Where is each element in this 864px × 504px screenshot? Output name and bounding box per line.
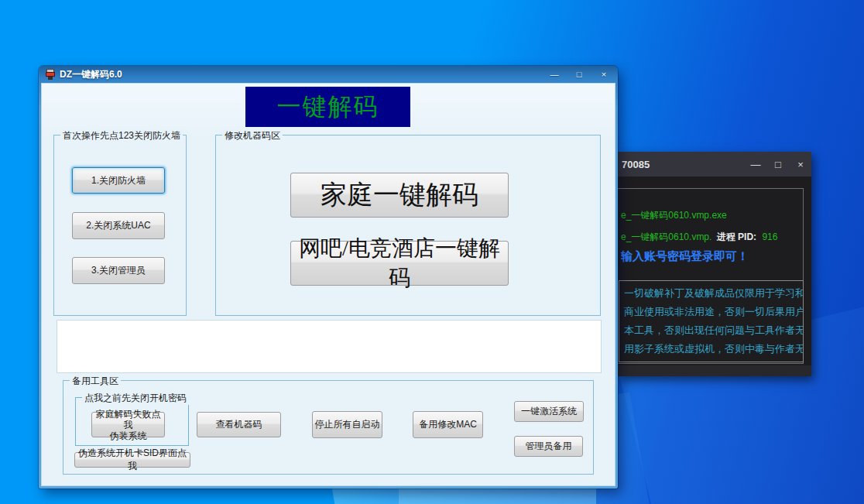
console-window-title: 70085 [622,159,650,170]
close-uac-button[interactable]: 2.关闭系统UAC [72,212,165,239]
home-decode-button[interactable]: 家庭一键解码 [290,173,509,218]
console-maximize-button[interactable]: □ [772,159,784,170]
minimize-button[interactable]: — [547,69,562,80]
fake-sid-button[interactable]: 伪造系统开机卡SID界面点我 [74,452,190,468]
close-admin-button[interactable]: 3.关闭管理员 [72,257,165,284]
home-fail-line1: 家庭解码失败点我 [92,409,164,430]
console-login-hint: 输入账号密码登录即可！ [621,249,749,264]
home-fail-line2: 伪装系统 [110,430,147,441]
console-titlebar[interactable]: 70085 — □ × [617,152,811,177]
console-status-strip [617,365,811,376]
disclaimer-line: 一切破解补丁及破解成品仅限用于学习和研究 [624,284,803,303]
activate-system-button[interactable]: 一键激活系统 [514,401,584,422]
close-firewall-button[interactable]: 1.关闭防火墙 [72,167,165,194]
console-disclaimer-box: 一切破解补丁及破解成品仅限用于学习和研究 商业使用或非法用途，否则一切后果用户自… [619,280,804,362]
main-window-client: 一键解码 首次操作先点123关闭防火墙 1.关闭防火墙 2.关闭系统UAC 3.… [41,83,615,486]
disclaimer-line: 本工具，否则出现任何问题与工具作者无关 [624,321,803,340]
stop-autostart-button[interactable]: 停止所有自启动 [312,411,382,438]
app-banner-text: 一键解码 [277,91,379,123]
group-boot-password-label: 点我之前先关闭开机密码 [82,392,189,405]
console-pid-label: 进程 PID: [717,231,756,242]
console-exe-line: e_一键解码0610.vmp.exe [621,209,727,222]
app-icon [45,69,56,80]
group-backup-tools-label: 备用工具区 [70,375,121,388]
home-fail-disguise-button[interactable]: 家庭解码失败点我 伪装系统 [91,412,165,437]
main-window-title: DZ一键解码6.0 [60,68,122,81]
cafe-decode-button[interactable]: 网吧/电竞酒店一键解码 [290,241,509,286]
console-pid-line: e_一键解码0610.vmp. 进程 PID: 916 [621,231,777,244]
disclaimer-line: 用影子系统或虚拟机，否则中毒与作者无关 [624,340,803,358]
console-pid-value: 916 [762,231,777,242]
console-pid-prefix: e_一键解码0610.vmp. [621,231,711,242]
view-machine-code-button[interactable]: 查看机器码 [197,412,281,437]
console-window: 70085 — □ × e_一键解码0610.vmp.exe e_一键解码061… [617,152,811,376]
close-button[interactable]: × [596,69,612,80]
console-close-button[interactable]: × [794,159,807,170]
group-firewall-label: 首次操作先点123关闭防火墙 [60,129,183,142]
main-window: DZ一键解码6.0 — □ × 一键解码 首次操作先点123关闭防火墙 1.关闭… [39,66,618,489]
backup-mac-button[interactable]: 备用修改MAC [413,411,483,438]
admin-backup-button[interactable]: 管理员备用 [514,436,583,457]
log-output-box[interactable] [57,320,602,373]
maximize-button[interactable]: □ [571,69,587,80]
group-machine-code-label: 修改机器码区 [222,129,283,142]
console-minimize-button[interactable]: — [749,159,762,170]
disclaimer-line: 商业使用或非法用途，否则一切后果用户自负 [624,303,803,321]
app-banner: 一键解码 [245,87,410,127]
main-titlebar[interactable]: DZ一键解码6.0 — □ × [39,66,618,83]
